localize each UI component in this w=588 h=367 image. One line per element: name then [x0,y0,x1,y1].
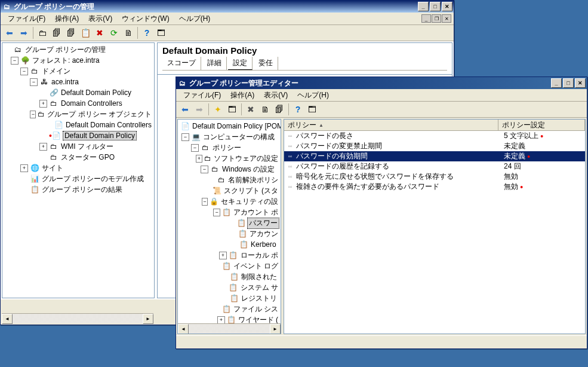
filter-button[interactable]: 🗔 [306,103,319,116]
expand-icon[interactable]: + [20,164,28,172]
properties-button[interactable]: 🗎 [258,103,272,116]
back-button[interactable]: ⬅ [3,26,16,39]
collapse-icon[interactable]: − [181,133,189,141]
minimize-button[interactable]: _ [418,2,429,11]
forward-button[interactable]: ➡ [17,26,30,39]
scrollbar-track[interactable] [13,314,143,323]
menu-view[interactable]: 表示(V) [84,13,117,25]
paste-button[interactable]: 📋 [79,26,92,39]
tree-gpo-container[interactable]: −🗀グループ ポリシー オブジェクト [4,109,153,120]
gpmc-titlebar[interactable]: 🗂 グループ ポリシーの管理 _ □ ✕ [1,1,454,13]
tree-starter[interactable]: 🗀スターター GPO [4,152,153,163]
tree-domains[interactable]: −🗀ドメイン [4,66,153,77]
policy-row[interactable]: ▫▫パスワードの履歴を記録する24 回 [284,161,585,172]
tab-details[interactable]: 詳細 [202,57,227,70]
etree-registry[interactable]: 📋レジストリ [179,293,279,304]
scroll-right-button[interactable]: ► [270,324,281,334]
tree-ddp-gpo[interactable]: •📄Default Domain Policy [4,130,153,141]
gpeditor-tree-pane[interactable]: 📄Default Domain Policy [POMD −💻コンピューターの構… [177,119,281,334]
etree-windows[interactable]: −🗀Windows の設定 [179,164,279,175]
collapse-icon[interactable]: − [30,111,36,118]
up-button[interactable]: ✦ [211,103,224,116]
delete-button[interactable]: ✖ [93,26,106,39]
export-button[interactable]: 🗎 [122,26,135,39]
collapse-icon[interactable]: − [30,78,38,86]
properties-button[interactable]: 🗐 [50,26,63,39]
etree-policies[interactable]: −🗀ポリシー [179,142,279,153]
etree-account[interactable]: −📋アカウント ポ [179,207,279,218]
tree-ddcp[interactable]: 📄Default Domain Controllers [4,120,153,130]
tree-wmi[interactable]: +🗀WMI フィルター [4,141,153,152]
tree-scrollbar[interactable]: ◄ ► [2,313,153,323]
maximize-button[interactable]: □ [430,2,441,11]
etree-filesys[interactable]: 📋ファイル シス [179,304,279,314]
gpmc-tree-pane[interactable]: 🗂グループ ポリシーの管理 −🌳フォレスト: ace.intra −🗀ドメイン … [2,42,155,298]
collapse-icon[interactable]: − [201,166,208,173]
refresh-button[interactable]: ⟳ [107,26,121,39]
menu-file[interactable]: ファイル(F) [3,13,50,25]
etree-localpol[interactable]: +📋ローカル ポ [179,250,279,261]
show-hide-button[interactable]: 🗔 [226,103,239,116]
etree-computer[interactable]: −💻コンピューターの構成 [179,131,279,142]
etree-scrollbar[interactable]: ◄ ► [178,323,281,334]
help-button[interactable]: ? [140,26,153,39]
close-button[interactable]: ✕ [442,2,452,11]
menu-help[interactable]: ヘルプ(H) [293,89,334,102]
tab-scope[interactable]: スコープ [162,57,201,70]
policy-list-pane[interactable]: ポリシー▲ ポリシー設定 ▫▫パスワードの長さ5 文字以上 •▫▫パスワードの変… [284,119,586,334]
scroll-left-button[interactable]: ◄ [2,314,13,324]
menu-window[interactable]: ウィンドウ(W) [117,13,174,25]
tree-sites[interactable]: +🌐サイト [4,163,153,173]
maximize-button[interactable]: □ [563,78,574,88]
menu-help[interactable]: ヘルプ(H) [174,13,216,25]
etree-kerberos[interactable]: 📋Kerbero [179,239,279,250]
column-setting[interactable]: ポリシー設定 [498,120,585,130]
tree-root[interactable]: 🗂グループ ポリシーの管理 [4,44,153,55]
policy-row[interactable]: ▫▫パスワードの有効期間未定義 • [284,151,585,161]
tree-modeling[interactable]: 📊グループ ポリシーのモデル作成 [4,173,153,184]
etree-software[interactable]: +🗀ソフトウェアの設定 [179,153,279,164]
export-button[interactable]: 🗐 [273,103,286,116]
menu-file[interactable]: ファイル(F) [178,89,226,102]
collapse-icon[interactable]: − [191,144,199,152]
expand-icon[interactable]: + [39,100,47,108]
collapse-icon[interactable]: − [20,68,28,75]
minimize-button[interactable]: _ [551,78,562,88]
mdi-restore-button[interactable]: ❐ [432,14,441,23]
expand-icon[interactable]: + [217,316,224,324]
scrollbar-track[interactable] [189,324,270,334]
etree-password[interactable]: 📋パスワー [179,218,279,228]
tree-ddp-link[interactable]: 🔗Default Domain Policy [4,87,153,98]
policy-row[interactable]: ▫▫複雑さの要件を満たす必要があるパスワード無効 • [284,182,585,192]
tab-delegation[interactable]: 委任 [254,57,278,70]
up-button[interactable]: 🗀 [36,26,49,39]
column-policy[interactable]: ポリシー▲ [284,120,498,130]
etree-restricted[interactable]: 📋制限された [179,271,279,282]
mdi-close-button[interactable]: ✕ [442,14,451,23]
expand-icon[interactable]: + [196,155,202,163]
delete-button[interactable]: ✖ [244,103,257,116]
copy-button[interactable]: 🗐 [64,26,78,39]
forward-button[interactable]: ➡ [193,103,206,116]
tree-forest[interactable]: −🌳フォレスト: ace.intra [4,55,153,66]
scroll-left-button[interactable]: ◄ [178,324,189,334]
menu-view[interactable]: 表示(V) [259,89,293,102]
help-button[interactable]: ? [291,103,304,116]
policy-row[interactable]: ▫▫パスワードの長さ5 文字以上 • [284,131,585,141]
policy-row[interactable]: ▫▫パスワードの変更禁止期間未定義 [284,141,585,151]
expand-icon[interactable]: + [219,252,227,259]
etree-nameres[interactable]: 🗀名前解決ポリシ [179,175,279,185]
etree-acctsub[interactable]: 📋アカウン [179,228,279,239]
etree-eventlog[interactable]: 📋イベント ログ [179,261,279,271]
etree-systemsvc[interactable]: 📋システム サ [179,282,279,293]
collapse-icon[interactable]: − [202,198,208,206]
collapse-icon[interactable]: − [213,209,220,216]
etree-scripts[interactable]: 📜スクリプト (スタ [179,185,279,196]
mdi-minimize-button[interactable]: _ [421,14,431,23]
close-button[interactable]: ✕ [575,78,586,88]
etree-root[interactable]: 📄Default Domain Policy [POMD [179,121,279,131]
expand-icon[interactable]: + [39,143,47,151]
tab-settings[interactable]: 設定 [228,57,253,70]
menu-action[interactable]: 操作(A) [226,89,259,102]
back-button[interactable]: ⬅ [178,103,192,116]
